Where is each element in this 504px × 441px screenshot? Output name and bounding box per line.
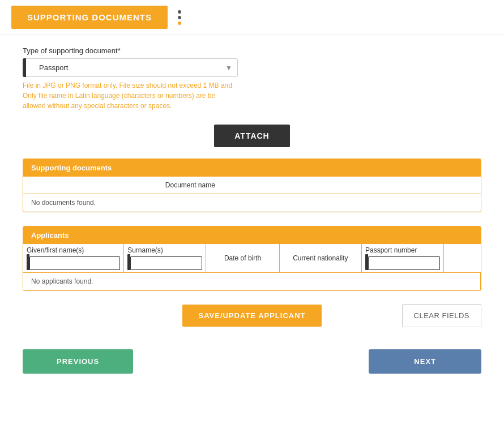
dob-col: Date of birth (206, 244, 279, 273)
dot-3 (178, 22, 181, 25)
doc-name-col: Document name (23, 177, 357, 194)
surname-label: Surname(s) (127, 246, 202, 254)
select-left-bar (23, 58, 26, 77)
action-row: SAVE/UPDATE APPLICANT CLEAR FIELDS (23, 305, 481, 327)
given-name-label: Given/first name(s) (27, 246, 120, 254)
doc-col-3 (419, 177, 481, 194)
document-type-label: Type of supporting document* (23, 46, 481, 55)
surname-input[interactable] (130, 256, 203, 270)
doc-col-2 (357, 177, 419, 194)
supporting-docs-table: Document name No documents found. (23, 177, 481, 212)
supporting-docs-header: Supporting documents (23, 159, 481, 177)
next-button[interactable]: NEXT (369, 349, 481, 374)
no-docs-row: No documents found. (23, 194, 481, 212)
dob-label: Date of birth (210, 254, 275, 262)
supporting-docs-section: Supporting documents Document name No do… (23, 159, 481, 212)
applicants-section: Applicants Given/first name(s) Surname(s… (23, 226, 481, 291)
no-docs-message: No documents found. (23, 194, 481, 212)
previous-button[interactable]: PREVIOUS (23, 349, 133, 374)
passport-label: Passport number (365, 246, 440, 254)
clear-fields-button[interactable]: CLEAR FIELDS (402, 304, 481, 327)
applicants-header: Applicants (23, 226, 481, 244)
surname-col: Surname(s) (124, 244, 206, 273)
no-applicants-message: No applicants found. (23, 273, 481, 290)
document-type-wrapper: Passport ID Card Birth Certificate ▼ (23, 58, 238, 77)
nationality-col: Current nationality (279, 244, 361, 273)
no-applicants-row: No applicants found. (23, 273, 481, 290)
file-hint: File in JPG or PNG format only, File siz… (23, 80, 238, 111)
given-name-col: Given/first name(s) (23, 244, 124, 273)
dots-menu[interactable] (178, 10, 181, 25)
document-type-select[interactable]: Passport ID Card Birth Certificate (23, 58, 238, 77)
dot-2 (178, 16, 181, 19)
passport-input[interactable] (368, 256, 441, 270)
passport-col: Passport number (362, 244, 444, 273)
save-update-button[interactable]: SAVE/UPDATE APPLICANT (182, 305, 321, 327)
nav-row: PREVIOUS NEXT (23, 344, 481, 379)
page-title: SUPPORTING DOCUMENTS (11, 6, 168, 29)
dot-1 (178, 10, 181, 14)
extra-col (444, 244, 481, 273)
attach-button[interactable]: ATTACH (214, 125, 289, 147)
nationality-label: Current nationality (283, 254, 358, 262)
given-name-input[interactable] (29, 256, 120, 270)
applicants-table: Given/first name(s) Surname(s) (23, 244, 481, 290)
